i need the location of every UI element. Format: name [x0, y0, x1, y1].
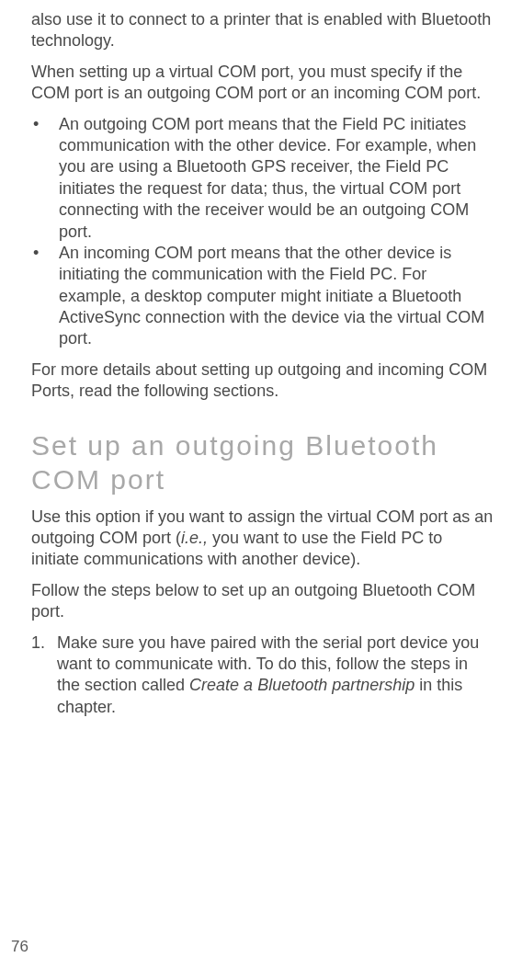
- bullet-text: An incoming COM port means that the othe…: [59, 243, 494, 350]
- list-item: • An outgoing COM port means that the Fi…: [31, 114, 494, 243]
- section-paragraph-1: Use this option if you want to assign th…: [31, 507, 494, 571]
- section-heading: Set up an outgoing Bluetooth COM port: [31, 428, 494, 497]
- section-paragraph-2: Follow the steps below to set up an outg…: [31, 580, 494, 623]
- list-item: 1. Make sure you have paired with the se…: [31, 632, 494, 719]
- page-content: also use it to connect to a printer that…: [0, 9, 511, 718]
- bullet-dot-icon: •: [31, 114, 59, 243]
- bullet-text: An outgoing COM port means that the Fiel…: [59, 114, 494, 243]
- intro-paragraph-2: When setting up a virtual COM port, you …: [31, 62, 494, 105]
- italic-text: i.e.,: [181, 529, 208, 547]
- numbered-list: 1. Make sure you have paired with the se…: [31, 632, 494, 719]
- bullet-list: • An outgoing COM port means that the Fi…: [31, 114, 494, 350]
- page-number: 76: [11, 938, 28, 956]
- italic-text: Create a Bluetooth partnership: [189, 676, 414, 694]
- after-bullets-paragraph: For more details about setting up outgoi…: [31, 359, 494, 403]
- list-item: • An incoming COM port means that the ot…: [31, 243, 494, 350]
- intro-paragraph-1: also use it to connect to a printer that…: [31, 9, 494, 52]
- step-number: 1.: [31, 632, 57, 719]
- bullet-dot-icon: •: [31, 243, 59, 350]
- step-text: Make sure you have paired with the seria…: [57, 632, 494, 719]
